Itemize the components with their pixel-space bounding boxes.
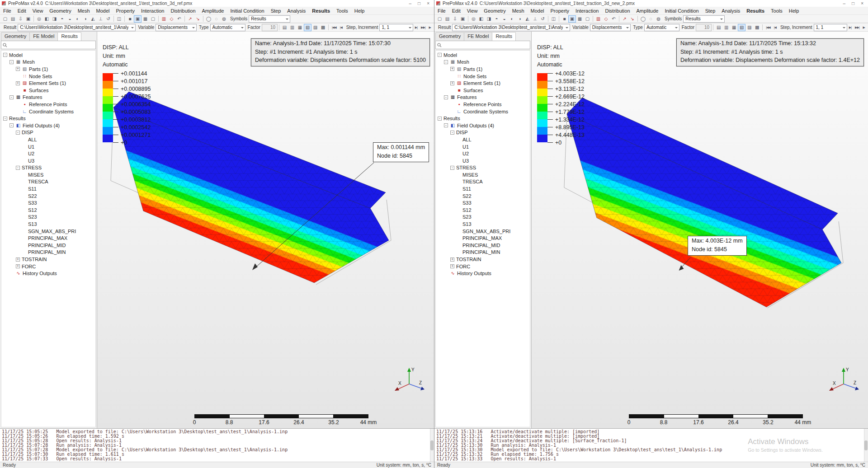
- tree-item[interactable]: SGN_MAX_ABS_PRI: [436, 228, 530, 235]
- rotate-view-icon[interactable]: ↺: [539, 15, 547, 23]
- solid-view-icon[interactable]: ■: [126, 15, 134, 23]
- tree-expander[interactable]: +: [450, 257, 454, 262]
- tree-search[interactable]: [435, 41, 530, 49]
- tree-expander[interactable]: -: [9, 60, 14, 64]
- tree-item[interactable]: + TOSTRAIN: [1, 256, 95, 263]
- undeformed-and-deformed-icon[interactable]: ▦: [730, 24, 738, 31]
- tree-expander[interactable]: +: [16, 67, 20, 71]
- view-back-icon[interactable]: ◨: [485, 15, 493, 23]
- query-icon[interactable]: ↗: [621, 15, 628, 23]
- factor-input[interactable]: 10: [696, 24, 712, 31]
- menu-item[interactable]: File: [0, 8, 14, 14]
- tree-item[interactable]: + Element Sets (1): [436, 80, 530, 87]
- tree-search-input[interactable]: [443, 42, 528, 48]
- tree-item[interactable]: MISES: [436, 171, 530, 178]
- tree-item[interactable]: S13: [436, 220, 530, 228]
- tree-item[interactable]: - Mesh: [436, 59, 530, 66]
- menu-item[interactable]: Model: [528, 8, 547, 14]
- deformation-icon[interactable]: ◇: [168, 15, 175, 23]
- menu-item[interactable]: Edit: [14, 8, 29, 14]
- remove-annotations-icon[interactable]: ↘: [194, 15, 202, 23]
- view-top-icon[interactable]: ◓: [58, 15, 66, 23]
- tree-item[interactable]: - DISP: [436, 129, 530, 136]
- tree-item[interactable]: - DISP: [1, 129, 95, 136]
- view-right-icon[interactable]: ◑: [81, 15, 89, 23]
- zoom-fit-icon[interactable]: ◎: [470, 15, 477, 23]
- tree-item[interactable]: U1: [436, 143, 530, 150]
- import-icon[interactable]: ⇩: [451, 15, 459, 23]
- view-back-icon[interactable]: ◨: [51, 15, 58, 23]
- menu-item[interactable]: Distribution: [602, 8, 633, 14]
- tree-expander[interactable]: +: [450, 67, 454, 71]
- tree-item[interactable]: Reference Points: [1, 101, 95, 108]
- message-log[interactable]: 11/17/25 15:13:16 Activate/deactivate mu…: [434, 428, 868, 462]
- menu-item[interactable]: File: [434, 8, 449, 14]
- tree-item[interactable]: PRINCIPAL_MAX: [436, 234, 530, 242]
- menu-item[interactable]: Analysis: [284, 8, 309, 14]
- message-log[interactable]: 11/17/25 15:05:25 Model exported to file…: [0, 428, 434, 462]
- hide-icon[interactable]: ◌: [647, 15, 655, 23]
- tree-expander[interactable]: -: [3, 117, 7, 121]
- scrollbar-thumb[interactable]: [430, 440, 434, 450]
- tree-item[interactable]: + Parts (1): [436, 66, 530, 73]
- menu-item[interactable]: Mesh: [509, 8, 528, 14]
- menu-item[interactable]: Help: [786, 8, 802, 14]
- view-left-icon[interactable]: ◐: [74, 15, 81, 23]
- log-scrollbar[interactable]: [864, 429, 868, 462]
- menu-item[interactable]: Results: [743, 8, 768, 14]
- close-button[interactable]: ×: [861, 1, 863, 6]
- tree-search[interactable]: [1, 41, 96, 49]
- show-all-icon[interactable]: ◯: [205, 15, 212, 23]
- undeformed-and-deformed-icon[interactable]: ▦: [296, 24, 304, 31]
- menu-item[interactable]: Distribution: [167, 8, 198, 14]
- menu-item[interactable]: Geometry: [481, 8, 509, 14]
- tree-item[interactable]: Node Sets: [1, 73, 95, 80]
- menu-item[interactable]: Property: [113, 8, 138, 14]
- tree-item[interactable]: - Results: [436, 115, 530, 122]
- new-icon[interactable]: ▢: [1, 15, 9, 23]
- max-annotation[interactable]: Max: 4.003E-12 mm Node id: 5845: [688, 236, 747, 256]
- results-on-deformed-icon[interactable]: ▧: [738, 24, 745, 31]
- tree-expander[interactable]: -: [3, 53, 7, 57]
- outline-view-icon[interactable]: ▢: [149, 15, 157, 23]
- tree-expander[interactable]: +: [16, 81, 20, 85]
- results-with-undeformed-icon[interactable]: ▨: [745, 24, 753, 31]
- type-select[interactable]: Automatic: [644, 24, 679, 31]
- solid-with-edges-view-icon[interactable]: ▣: [568, 15, 576, 23]
- tree-expander[interactable]: -: [450, 131, 454, 135]
- transparency-icon[interactable]: ◍: [655, 15, 662, 23]
- solid-with-edges-view-icon[interactable]: ▣: [134, 15, 142, 23]
- solid-view-icon[interactable]: ■: [561, 15, 568, 23]
- panel-tab[interactable]: FE Model: [464, 32, 492, 41]
- tree-expander[interactable]: -: [9, 95, 14, 99]
- section-view-icon[interactable]: ◫: [550, 15, 557, 23]
- menu-item[interactable]: Help: [351, 8, 368, 14]
- new-icon[interactable]: ▢: [436, 15, 443, 23]
- tree-item[interactable]: - Results: [1, 115, 95, 122]
- menu-item[interactable]: Amplitude: [199, 8, 227, 14]
- tree-item[interactable]: U3: [436, 157, 530, 164]
- rotate-view-icon[interactable]: ↺: [104, 15, 112, 23]
- tree-item[interactable]: - STRESS: [1, 164, 95, 172]
- tree-expander[interactable]: +: [16, 257, 20, 262]
- tree-expander[interactable]: -: [438, 53, 442, 57]
- type-select[interactable]: Automatic: [210, 24, 245, 31]
- remove-annotations-icon[interactable]: ↘: [628, 15, 636, 23]
- view-top-icon[interactable]: ◓: [493, 15, 500, 23]
- log-scrollbar[interactable]: [430, 429, 434, 462]
- menu-item[interactable]: Results: [309, 8, 333, 14]
- tree-item[interactable]: - Mesh: [1, 59, 95, 66]
- tree-expander[interactable]: -: [450, 166, 454, 170]
- view-iso-icon[interactable]: ◭: [524, 15, 531, 23]
- minimize-button[interactable]: –: [843, 1, 846, 6]
- view-bottom-icon[interactable]: ◒: [500, 15, 508, 23]
- tree-item[interactable]: + FORC: [1, 263, 95, 270]
- tree-item[interactable]: S13: [1, 220, 95, 228]
- tree-item[interactable]: - Field Outputs (4): [1, 122, 95, 129]
- tree-item[interactable]: Coordinate Systems: [436, 108, 530, 115]
- view-front-icon[interactable]: ◧: [477, 15, 485, 23]
- tree-item[interactable]: - Field Outputs (4): [436, 122, 530, 129]
- tree-item[interactable]: TRESCA: [1, 178, 95, 186]
- last-increment-icon[interactable]: ▶▶|: [853, 24, 861, 31]
- deformation-icon[interactable]: ◇: [602, 15, 610, 23]
